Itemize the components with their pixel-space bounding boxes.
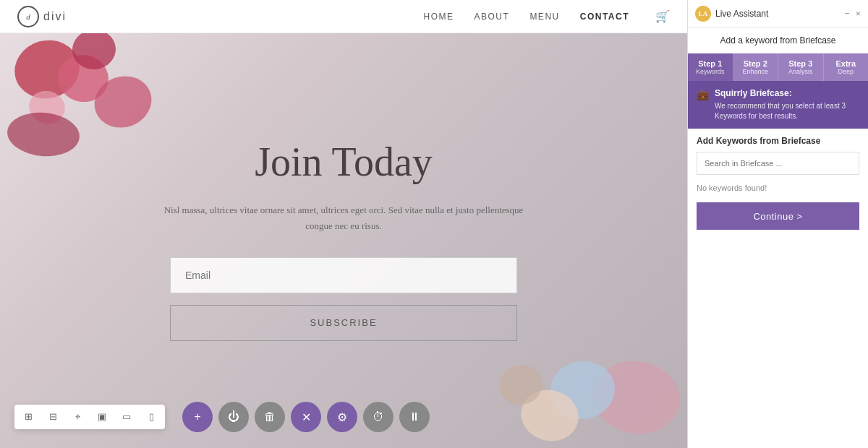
- briefcase-search-input[interactable]: [697, 152, 859, 175]
- tablet-icon[interactable]: ▭: [119, 409, 135, 425]
- briefcase-box: 💼 Squirrly Briefcase: We recommend that …: [688, 81, 868, 129]
- assistant-panel: LA Live Assistant − × Add a keyword from…: [687, 0, 868, 448]
- tab-extra[interactable]: Extra Deep: [824, 53, 869, 81]
- grid-icon[interactable]: ⊞: [20, 409, 36, 425]
- target-icon[interactable]: ⌖: [69, 409, 85, 425]
- nav-bar: d divi HOME ABOUT MENU CONTACT 🛒: [0, 0, 687, 33]
- website-preview: d divi HOME ABOUT MENU CONTACT 🛒: [0, 0, 687, 448]
- step1-num: Step 1: [691, 59, 730, 68]
- cart-icon[interactable]: 🛒: [655, 9, 670, 23]
- panel-header-left: LA Live Assistant: [695, 6, 768, 22]
- settings-button[interactable]: ⚙: [327, 402, 357, 432]
- email-input[interactable]: [170, 257, 517, 293]
- power-button[interactable]: ⏻: [218, 402, 249, 432]
- logo: d divi: [17, 6, 67, 27]
- no-keywords-message: No keywords found!: [697, 181, 859, 195]
- extra-num: Extra: [827, 59, 866, 68]
- tab-step3[interactable]: Step 3 Analysis: [778, 53, 824, 81]
- hero-title: Join Today: [156, 140, 532, 185]
- logo-circle: d: [17, 6, 39, 27]
- pause-button[interactable]: ⏸: [399, 402, 430, 432]
- panel-title: Live Assistant: [715, 9, 768, 19]
- hero-section: Join Today Nisl massa, ultrices vitae or…: [0, 33, 687, 448]
- briefcase-description: We recommend that you select at least 3 …: [715, 101, 859, 121]
- logo-text: divi: [43, 10, 67, 23]
- briefcase-icon: 💼: [697, 89, 709, 100]
- avatar: LA: [695, 6, 711, 22]
- bottom-toolbar: ⊞ ⊟ ⌖ ▣ ▭ ▯ + ⏻ 🗑 ✕ ⚙ ⏱ ⏸: [14, 402, 430, 432]
- toolbar-left-group: ⊞ ⊟ ⌖ ▣ ▭ ▯: [14, 405, 165, 429]
- add-keywords-title: Add Keywords from Briefcase: [697, 136, 859, 146]
- add-keywords-section: Add Keywords from Briefcase No keywords …: [688, 129, 868, 202]
- list-icon[interactable]: ⊟: [45, 409, 61, 425]
- nav-menu[interactable]: MENU: [529, 12, 559, 22]
- delete-button[interactable]: 🗑: [255, 402, 285, 432]
- tab-step2[interactable]: Step 2 Enhance: [733, 53, 779, 81]
- step2-num: Step 2: [736, 59, 775, 68]
- steps-tabs: Step 1 Keywords Step 2 Enhance Step 3 An…: [688, 53, 868, 81]
- step3-num: Step 3: [781, 59, 820, 68]
- continue-button[interactable]: Continue >: [697, 202, 859, 230]
- hero-subtitle: Nisl massa, ultrices vitae ornare sit am…: [156, 202, 532, 234]
- extra-name: Deep: [827, 68, 866, 75]
- panel-subtitle: Add a keyword from Briefcase: [688, 28, 868, 53]
- subscribe-button[interactable]: SUBSCRIBE: [170, 305, 517, 341]
- timer-button[interactable]: ⏱: [363, 402, 393, 432]
- panel-header: LA Live Assistant − ×: [688, 0, 868, 28]
- step1-name: Keywords: [691, 68, 730, 75]
- briefcase-title: Squirrly Briefcase:: [715, 88, 792, 98]
- nav-home[interactable]: HOME: [424, 12, 454, 22]
- step3-name: Analysis: [781, 68, 820, 75]
- tab-step1[interactable]: Step 1 Keywords: [688, 53, 733, 81]
- close-panel-button[interactable]: ×: [856, 8, 861, 20]
- briefcase-text: Squirrly Briefcase: We recommend that yo…: [715, 88, 859, 121]
- panel-controls: − ×: [844, 8, 861, 20]
- close-button[interactable]: ✕: [291, 402, 321, 432]
- nav-contact[interactable]: CONTACT: [580, 12, 629, 22]
- step2-name: Enhance: [736, 68, 775, 75]
- monitor-icon[interactable]: ▣: [94, 409, 110, 425]
- logo-letter: d: [26, 12, 30, 21]
- minimize-button[interactable]: −: [844, 8, 849, 20]
- nav-about[interactable]: ABOUT: [475, 12, 510, 22]
- hero-content: Join Today Nisl massa, ultrices vitae or…: [141, 126, 546, 356]
- nav-links: HOME ABOUT MENU CONTACT 🛒: [424, 9, 670, 23]
- add-button[interactable]: +: [182, 402, 213, 432]
- mobile-icon[interactable]: ▯: [143, 409, 159, 425]
- toolbar-center-group: + ⏻ 🗑 ✕ ⚙ ⏱ ⏸: [182, 402, 430, 432]
